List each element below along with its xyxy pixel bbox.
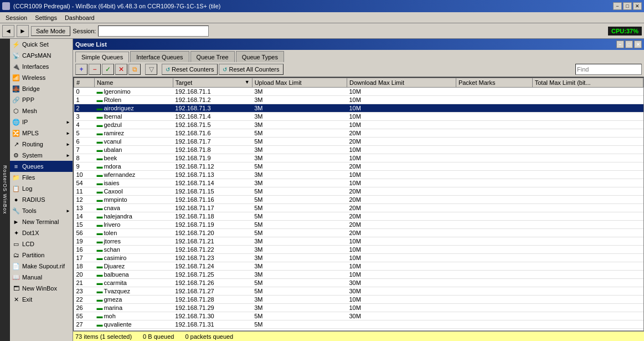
sidebar-item-mesh[interactable]: ⬡Mesh <box>10 105 73 116</box>
sidebar-item-new-terminal[interactable]: ►New Terminal <box>10 216 73 227</box>
reset-counters-button[interactable]: ↺ Reset Counters <box>162 64 218 75</box>
table-row[interactable]: 54▬isaies192.168.71.143M10M <box>74 179 643 187</box>
table-row[interactable]: 56▬tolen192.168.71.205M20M <box>74 229 643 237</box>
queue-table-container[interactable]: # Name Target ▼ Upload Max Limit Downloa… <box>73 77 644 331</box>
sidebar-item-quick-set[interactable]: ⚡Quick Set <box>10 39 73 50</box>
th-upload[interactable]: Upload Max Limit <box>252 78 347 88</box>
table-row[interactable]: 21▬ccarmita192.168.71.265M30M <box>74 279 643 287</box>
th-download[interactable]: Download Max Limit <box>347 78 456 88</box>
table-row[interactable]: 5▬ramirez192.168.71.65M20M <box>74 129 643 138</box>
table-row[interactable]: 18▬Djuarez192.168.71.243M10M <box>74 262 643 271</box>
disable-button[interactable]: ✕ <box>115 64 127 75</box>
cell-name: ▬ramirez <box>94 129 173 138</box>
sidebar-item-partition[interactable]: 🗂Partition <box>10 250 73 261</box>
table-row[interactable]: 20▬balbuena192.168.71.253M10M <box>74 271 643 279</box>
table-row[interactable]: 19▬jtorres192.168.71.213M10M <box>74 237 643 246</box>
cell-name: ▬wfernandez <box>94 171 173 179</box>
maximize-button[interactable]: □ <box>623 2 632 10</box>
cell-num: 15 <box>74 221 95 229</box>
queue-status-icon: ▬ <box>96 213 102 220</box>
sidebar-item-manual[interactable]: 📖Manual <box>10 272 73 283</box>
minimize-button[interactable]: − <box>613 2 622 10</box>
sidebar-item-make-supout[interactable]: 📄Make Supout.rif <box>10 261 73 272</box>
table-row[interactable]: 16▬schan192.168.71.223M10M <box>74 246 643 254</box>
queue-minimize-button[interactable]: − <box>616 40 624 48</box>
table-row[interactable]: 2▬airodriguez192.168.71.33M10M <box>74 104 643 113</box>
table-row[interactable]: 1▬Rtolen192.168.71.23M10M <box>74 96 643 104</box>
tab-simple-queues[interactable]: Simple Queues <box>75 52 129 63</box>
queue-status-icon: ▬ <box>96 121 102 128</box>
sidebar-item-files[interactable]: 📁Files <box>10 172 73 183</box>
cell-target: 192.168.71.2 <box>173 96 252 104</box>
table-row[interactable]: 10▬wfernandez192.168.71.133M10M <box>74 171 643 179</box>
tab-interface-queues[interactable]: Interface Queues <box>130 51 189 62</box>
table-row[interactable]: 11▬Caxool192.168.71.155M20M <box>74 187 643 196</box>
copy-button[interactable]: ⧉ <box>128 64 141 75</box>
sidebar-item-bridge[interactable]: 🌉Bridge <box>10 83 73 94</box>
th-total[interactable]: Total Max Limit (bit... <box>532 78 643 88</box>
table-row[interactable]: 6▬vcanul192.168.71.75M20M <box>74 138 643 146</box>
sidebar-item-dot1x[interactable]: ✦Dot1X <box>10 227 73 238</box>
table-row[interactable]: 55▬moh192.168.71.305M30M <box>74 312 643 320</box>
sidebar-item-tools[interactable]: 🔧Tools► <box>10 205 73 216</box>
th-name[interactable]: Name <box>94 78 173 88</box>
cell-name: ▬gmeza <box>94 296 173 304</box>
sidebar-item-ppp[interactable]: 🔗PPP <box>10 94 73 105</box>
th-num[interactable]: # <box>74 78 95 88</box>
lcd-icon: ▭ <box>12 240 20 248</box>
table-row[interactable]: 17▬casimiro192.168.71.233M10M <box>74 254 643 262</box>
enable-button[interactable]: ✓ <box>102 64 114 75</box>
menu-dashboard[interactable]: Dashboard <box>61 14 98 22</box>
th-marks[interactable]: Packet Marks <box>456 78 532 88</box>
safe-mode-button[interactable]: Safe Mode <box>31 26 70 36</box>
cell-download: 10M <box>347 171 456 179</box>
table-row[interactable]: 26▬marina192.168.71.293M10M <box>74 304 643 312</box>
menu-session[interactable]: Session <box>2 14 30 22</box>
cell-name: ▬quvaliente <box>94 320 173 329</box>
back-button[interactable]: ◄ <box>2 25 14 37</box>
sidebar-item-log[interactable]: 📋Log <box>10 183 73 194</box>
table-row[interactable]: 12▬mmpinto192.168.71.165M20M <box>74 196 643 204</box>
table-row[interactable]: 4▬gedzul192.168.71.53M10M <box>74 121 643 129</box>
menu-settings[interactable]: Settings <box>32 14 60 22</box>
forward-button[interactable]: ► <box>17 25 29 37</box>
th-target[interactable]: Target ▼ <box>173 78 252 88</box>
table-row[interactable]: 0▬lgeronimo192.168.71.13M10M <box>74 88 643 96</box>
sidebar-item-wireless[interactable]: 📶Wireless <box>10 72 73 83</box>
sidebar-item-capsman[interactable]: 📡CAPsMAN <box>10 50 73 61</box>
cell-upload: 5M <box>252 204 347 212</box>
table-row[interactable]: 27▬quvaliente192.168.71.315M <box>74 320 643 329</box>
reset-all-counters-button[interactable]: ↺ Reset All Counters <box>219 64 283 75</box>
table-row[interactable]: 22▬gmeza192.168.71.283M10M <box>74 296 643 304</box>
sidebar-item-routing[interactable]: ↗Routing► <box>10 139 73 150</box>
queue-close-button[interactable]: ✕ <box>634 40 642 48</box>
cell-target: 192.168.71.4 <box>173 113 252 121</box>
table-row[interactable]: 9▬mdora192.168.71.125M20M <box>74 162 643 171</box>
sidebar-item-lcd[interactable]: ▭LCD <box>10 238 73 250</box>
sidebar-item-radius[interactable]: ●RADIUS <box>10 194 73 205</box>
tab-queue-tree[interactable]: Queue Tree <box>190 51 235 62</box>
table-row[interactable]: 7▬ubalan192.168.71.83M10M <box>74 146 643 154</box>
table-row[interactable]: 14▬halejandra192.168.71.185M20M <box>74 212 643 221</box>
sidebar-item-system[interactable]: ⚙System► <box>10 150 73 161</box>
table-row[interactable]: 15▬lrivero192.168.71.195M20M <box>74 221 643 229</box>
queue-maximize-button[interactable]: □ <box>625 40 633 48</box>
cell-total <box>532 312 643 320</box>
tab-queue-types[interactable]: Queue Types <box>236 51 284 62</box>
table-row[interactable]: 13▬cnava192.168.71.175M20M <box>74 204 643 212</box>
find-input[interactable] <box>575 64 642 75</box>
add-button[interactable]: + <box>75 64 87 75</box>
session-input[interactable] <box>98 26 209 37</box>
sidebar-item-mpls[interactable]: 🔀MPLS► <box>10 128 73 139</box>
sidebar-item-exit[interactable]: ✕Exit <box>10 294 73 305</box>
sidebar-item-new-winbox[interactable]: 🗔New WinBox <box>10 283 73 294</box>
sidebar-item-queues[interactable]: ≡Queues <box>10 161 73 172</box>
remove-button[interactable]: − <box>89 64 101 75</box>
close-button[interactable]: ✕ <box>633 2 642 10</box>
table-row[interactable]: 8▬beek192.168.71.93M10M <box>74 154 643 162</box>
sidebar-item-ip[interactable]: 🌐IP► <box>10 116 73 128</box>
table-row[interactable]: 23▬Tvazquez192.168.71.275M30M <box>74 287 643 296</box>
filter-button[interactable]: ▽ <box>145 64 157 75</box>
table-row[interactable]: 3▬lbernal192.168.71.43M10M <box>74 113 643 121</box>
sidebar-item-interfaces[interactable]: 🔌Interfaces <box>10 61 73 72</box>
